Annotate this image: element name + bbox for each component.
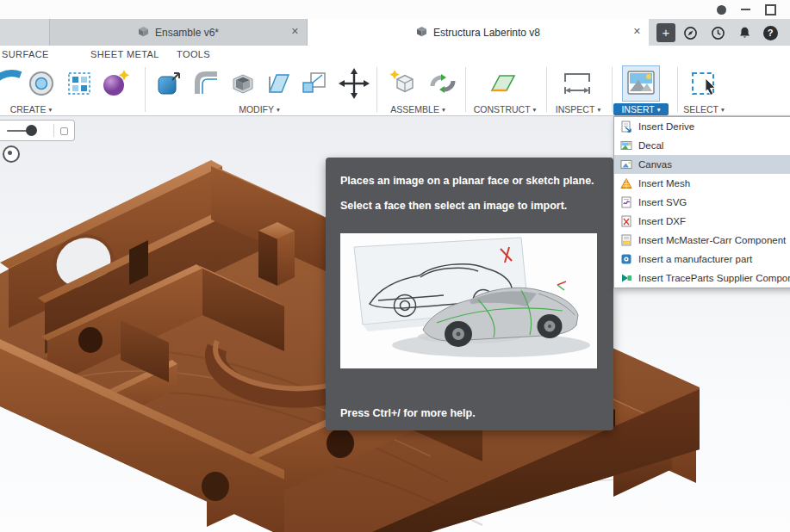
create-revolve-button[interactable] bbox=[22, 65, 60, 102]
title-bar bbox=[0, 0, 790, 19]
modify-press-pull-button[interactable] bbox=[150, 65, 188, 102]
chevron-down-icon: ▾ bbox=[657, 105, 661, 114]
decal-icon bbox=[620, 139, 632, 152]
assemble-new-component-button[interactable] bbox=[384, 65, 422, 102]
divider bbox=[53, 124, 54, 137]
display-bar[interactable] bbox=[0, 120, 75, 141]
display-option-icon bbox=[60, 127, 68, 135]
tab-sheet-metal[interactable]: SHEET METAL bbox=[90, 49, 159, 59]
assemble-joint-button[interactable] bbox=[424, 65, 462, 102]
close-icon[interactable]: ✕ bbox=[633, 26, 641, 37]
manufacturer-part-icon bbox=[620, 253, 632, 265]
modify-move-button[interactable] bbox=[334, 65, 374, 102]
modify-scale-button[interactable] bbox=[295, 65, 333, 102]
ribbon-toolbar: CREATE▾ MODIFY▾ ASSEMBLE▾ CONSTRUCT▾ INS… bbox=[0, 64, 790, 116]
select-button[interactable] bbox=[686, 65, 724, 102]
document-icon bbox=[138, 26, 149, 40]
tab-tools[interactable]: TOOLS bbox=[177, 49, 210, 59]
menu-item-canvas[interactable]: Canvas bbox=[614, 155, 790, 174]
chevron-down-icon: ▾ bbox=[721, 105, 725, 114]
window-minimize-icon[interactable] bbox=[741, 9, 750, 10]
opacity-slider-knob[interactable] bbox=[26, 125, 37, 136]
insert-derive-icon bbox=[620, 121, 632, 133]
tab-label: Ensamble v6* bbox=[155, 27, 219, 39]
create-form-button[interactable] bbox=[96, 65, 134, 102]
ribbon-divider bbox=[145, 67, 146, 112]
select-group-dropdown[interactable]: SELECT▾ bbox=[665, 103, 743, 115]
tab-label: Estructura Laberinto v8 bbox=[433, 27, 540, 39]
construct-group-dropdown[interactable]: CONSTRUCT▾ bbox=[462, 103, 548, 115]
inspect-measure-button[interactable] bbox=[558, 65, 596, 102]
insert-mesh-icon bbox=[620, 177, 632, 189]
mcmaster-icon bbox=[620, 234, 632, 246]
menu-item-insert-mesh[interactable]: Insert Mesh bbox=[614, 174, 790, 193]
origin-icon[interactable] bbox=[3, 145, 20, 163]
tab-surface[interactable]: SURFACE bbox=[2, 49, 49, 59]
window-maximize-icon[interactable] bbox=[765, 4, 776, 15]
tooltip-line-1: Places an image on a planar face or sket… bbox=[340, 175, 599, 187]
fusion-window: Ensamble v6* ✕ Estructura Laberinto v8 ✕… bbox=[0, 0, 790, 532]
assemble-group-dropdown[interactable]: ASSEMBLE▾ bbox=[376, 103, 459, 115]
insert-svg-icon bbox=[620, 196, 632, 208]
canvas-icon bbox=[620, 158, 632, 170]
tooltip-footer: Press Ctrl+/ for more help. bbox=[340, 407, 476, 419]
menu-item-decal[interactable]: Decal bbox=[614, 136, 790, 155]
menu-item-insert-dxf[interactable]: Insert DXF bbox=[614, 212, 790, 231]
chevron-down-icon: ▾ bbox=[533, 105, 537, 114]
chevron-down-icon: ▾ bbox=[442, 105, 445, 114]
document-tab-estructura-laberinto[interactable]: Estructura Laberinto v8 ✕ bbox=[308, 19, 649, 46]
modify-fillet-button[interactable] bbox=[188, 65, 226, 102]
canvas-tooltip: Places an image on a planar face or sket… bbox=[326, 158, 613, 430]
inspect-group-dropdown[interactable]: INSPECT▾ bbox=[539, 103, 617, 115]
close-icon[interactable]: ✕ bbox=[291, 26, 299, 37]
menu-item-insert-derive[interactable]: Insert Derive bbox=[614, 117, 790, 136]
insert-group-dropdown[interactable]: INSERT▾ bbox=[613, 103, 669, 115]
new-tab-button[interactable]: + bbox=[656, 23, 675, 42]
chevron-down-icon: ▾ bbox=[49, 105, 53, 114]
modify-shell-button[interactable] bbox=[224, 65, 262, 102]
traceparts-icon bbox=[620, 272, 632, 284]
window-circle-icon[interactable] bbox=[717, 5, 726, 15]
insert-dropdown-menu: Insert Derive Decal Canvas Insert Mesh I… bbox=[613, 116, 790, 288]
menu-item-insert-mcmaster-carr[interactable]: Insert McMaster-Carr Component bbox=[614, 231, 790, 250]
document-icon bbox=[416, 26, 427, 40]
tooltip-line-2: Select a face then select an image to im… bbox=[340, 200, 599, 212]
create-pattern-button[interactable] bbox=[60, 65, 98, 102]
create-sweep-button[interactable] bbox=[0, 65, 24, 102]
help-icon[interactable]: ? bbox=[762, 25, 778, 40]
chevron-down-icon: ▾ bbox=[277, 105, 280, 114]
chevron-down-icon: ▾ bbox=[597, 105, 600, 114]
notifications-icon[interactable] bbox=[737, 25, 752, 40]
modify-draft-button[interactable] bbox=[260, 65, 298, 102]
insert-dxf-icon bbox=[620, 215, 632, 227]
menu-item-insert-traceparts[interactable]: Insert TraceParts Supplier Component bbox=[614, 269, 790, 288]
extensions-icon[interactable] bbox=[682, 25, 698, 40]
menu-item-insert-svg[interactable]: Insert SVG bbox=[614, 193, 790, 212]
menu-item-insert-manufacturer-part[interactable]: Insert a manufacturer part bbox=[614, 250, 790, 269]
document-tab-bar: Ensamble v6* ✕ Estructura Laberinto v8 ✕… bbox=[0, 19, 790, 46]
toolbar-context-tabs: SURFACE SHEET METAL TOOLS bbox=[0, 46, 790, 64]
job-status-icon[interactable] bbox=[710, 25, 725, 40]
construct-plane-button[interactable] bbox=[484, 65, 522, 102]
modify-group-dropdown[interactable]: MODIFY▾ bbox=[218, 103, 301, 115]
insert-canvas-button[interactable] bbox=[622, 65, 660, 102]
tooltip-preview-image bbox=[340, 233, 597, 368]
document-tab-ensamble[interactable]: Ensamble v6* ✕ bbox=[49, 19, 308, 46]
create-group-dropdown[interactable]: CREATE▾ bbox=[0, 103, 71, 115]
